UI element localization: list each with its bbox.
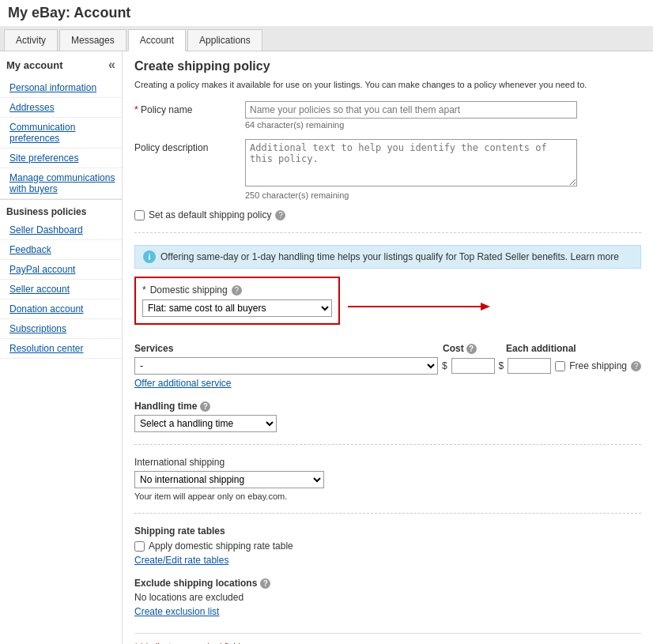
intl-shipping-select[interactable]: No international shipping — [134, 471, 324, 488]
domestic-shipping-select[interactable]: Flat: same cost to all buyers — [142, 299, 332, 317]
page-title: Create shipping policy — [134, 59, 641, 73]
cost-col-label: Cost ? — [443, 343, 506, 354]
apply-domestic-label: Apply domestic shipping rate table — [149, 540, 293, 552]
cost-dollar-sign: $ — [442, 360, 447, 371]
info-text: Offering same-day or 1-day handling time… — [160, 251, 619, 262]
handling-time-label: Handling time ? — [134, 401, 641, 412]
business-policies-header: Business policies — [0, 199, 122, 220]
sidebar-item-personal-information[interactable]: Personal information — [0, 78, 122, 98]
handling-time-select[interactable]: Select a handling time — [134, 415, 277, 432]
sidebar-item-addresses[interactable]: Addresses — [0, 98, 122, 118]
domestic-shipping-label: Domestic shipping — [150, 284, 228, 296]
policy-desc-field: 250 character(s) remaining — [245, 139, 641, 200]
exclude-shipping-help-icon[interactable]: ? — [260, 578, 270, 589]
svg-marker-1 — [481, 303, 490, 311]
services-header: Services Cost ? Each additional — [134, 343, 641, 354]
international-shipping-section: International shipping No international … — [134, 457, 641, 501]
domestic-shipping-box: * Domestic shipping ? Flat: same cost to… — [134, 277, 340, 325]
handling-time-help-icon[interactable]: ? — [200, 401, 210, 412]
tab-account[interactable]: Account — [128, 29, 186, 51]
sidebar-item-paypal-account[interactable]: PayPal account — [0, 260, 122, 280]
policy-name-field: 64 character(s) remaining — [245, 101, 641, 130]
default-policy-checkbox[interactable] — [134, 210, 145, 220]
form-footer: * * indicates a required field Save Canc… — [134, 633, 641, 644]
policy-desc-chars: 250 character(s) remaining — [245, 190, 641, 200]
exclude-shipping-title: Exclude shipping locations ? — [134, 578, 641, 589]
sidebar-item-resolution-center[interactable]: Resolution center — [0, 339, 122, 359]
policy-desc-label: Policy description — [134, 139, 245, 153]
sidebar-item-site-preferences[interactable]: Site preferences — [0, 149, 122, 168]
exclude-note: No locations are excluded — [134, 592, 641, 603]
create-exclusion-link[interactable]: Create exclusion list — [134, 606, 641, 617]
my-account-section-header[interactable]: My account « — [0, 51, 122, 78]
red-arrow-annotation — [348, 299, 506, 314]
default-policy-row: Set as default shipping policy ? — [134, 209, 641, 220]
cost-help-icon[interactable]: ? — [466, 344, 477, 354]
exclude-shipping-section: Exclude shipping locations ? No location… — [134, 578, 641, 617]
divider-1 — [134, 232, 641, 233]
intl-note: Your item will appear only on ebay.com. — [134, 491, 641, 501]
free-shipping-help-icon[interactable]: ? — [631, 361, 641, 371]
sidebar-item-communication-preferences[interactable]: Communication preferences — [0, 118, 122, 149]
policy-name-label: * Policy name — [134, 101, 245, 115]
main-content: Create shipping policy Creating a policy… — [123, 51, 653, 644]
divider-3 — [134, 513, 641, 514]
free-shipping-checkbox[interactable] — [555, 361, 565, 371]
page-header-title: My eBay: Account — [8, 5, 645, 21]
tab-bar: Activity Messages Account Applications — [0, 26, 653, 51]
sidebar-item-seller-account[interactable]: Seller account — [0, 280, 122, 299]
services-col-label: Services — [134, 343, 443, 354]
sidebar-item-subscriptions[interactable]: Subscriptions — [0, 319, 122, 339]
info-bar: i Offering same-day or 1-day handling ti… — [134, 245, 641, 269]
default-policy-label: Set as default shipping policy — [149, 209, 271, 220]
policy-name-row: * Policy name 64 character(s) remaining — [134, 101, 641, 130]
my-account-label: My account — [6, 59, 63, 71]
tab-applications[interactable]: Applications — [187, 29, 262, 51]
apply-domestic-row: Apply domestic shipping rate table — [134, 540, 641, 552]
free-shipping-label: Free shipping — [569, 360, 627, 371]
tab-messages[interactable]: Messages — [59, 29, 126, 51]
apply-domestic-checkbox[interactable] — [134, 541, 145, 552]
sidebar: My account « Personal information Addres… — [0, 51, 123, 644]
sidebar-item-feedback[interactable]: Feedback — [0, 240, 122, 260]
tab-activity[interactable]: Activity — [4, 29, 58, 51]
divider-2 — [134, 444, 641, 445]
page-description: Creating a policy makes it available for… — [134, 80, 641, 89]
shipping-rate-section: Shipping rate tables Apply domestic ship… — [134, 525, 641, 566]
service-select[interactable]: - — [134, 357, 438, 375]
sidebar-item-donation-account[interactable]: Donation account — [0, 299, 122, 319]
red-arrow-svg — [348, 299, 506, 314]
sidebar-item-seller-dashboard[interactable]: Seller Dashboard — [0, 220, 122, 240]
shipping-rate-title: Shipping rate tables — [134, 525, 641, 537]
services-section: Services Cost ? Each additional - $ $ Fr… — [134, 343, 641, 389]
policy-name-input[interactable] — [245, 101, 577, 119]
services-row: - $ $ Free shipping ? — [134, 357, 641, 375]
each-additional-input[interactable] — [508, 358, 551, 374]
domestic-shipping-help-icon[interactable]: ? — [232, 285, 242, 296]
default-policy-help-icon[interactable]: ? — [275, 210, 285, 220]
offer-additional-link[interactable]: Offer additional service — [134, 378, 641, 389]
policy-desc-textarea[interactable] — [245, 139, 577, 186]
each-additional-col-label: Each additional — [506, 343, 632, 354]
policy-desc-row: Policy description 250 character(s) rema… — [134, 139, 641, 200]
handling-time-section: Handling time ? Select a handling time — [134, 401, 641, 432]
each-additional-dollar-sign: $ — [499, 360, 504, 371]
intl-shipping-label: International shipping — [134, 457, 641, 468]
required-asterisk: * — [134, 104, 138, 115]
sidebar-item-manage-communications[interactable]: Manage communications with buyers — [0, 168, 122, 199]
create-edit-rate-link[interactable]: Create/Edit rate tables — [134, 555, 641, 566]
policy-name-chars: 64 character(s) remaining — [245, 120, 641, 130]
info-icon: i — [143, 250, 156, 263]
cost-input[interactable] — [451, 358, 495, 374]
domestic-shipping-arrow-row: * Domestic shipping ? Flat: same cost to… — [134, 277, 641, 337]
sidebar-toggle-icon: « — [108, 58, 115, 72]
domestic-required-asterisk: * — [142, 284, 146, 296]
